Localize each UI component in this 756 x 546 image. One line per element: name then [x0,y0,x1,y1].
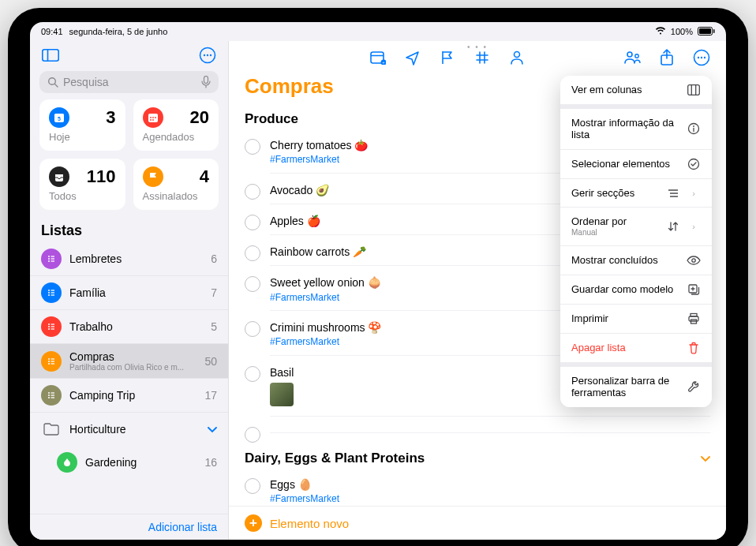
ipad-frame: 09:41 segunda-feira, 5 de junho 100% Pes… [8,8,748,546]
section-title: Dairy, Eggs & Plant Proteins [245,451,425,466]
new-item-button[interactable]: + Elemento novo [229,506,726,540]
chevron-down-icon[interactable] [208,422,217,436]
checkbox[interactable] [245,184,260,200]
menu-item-ver-em-colunas[interactable]: Ver em colunas [560,76,712,104]
sidebar-more-icon[interactable] [196,44,219,66]
sidebar-list-lembretes[interactable]: Lembretes 6 [30,242,228,275]
menu-item-selecionar-elementos[interactable]: Selecionar elementos [560,149,712,178]
sidebar-list-família[interactable]: Família 7 [30,275,228,309]
share-toolbar-icon[interactable] [658,49,676,66]
checkbox[interactable] [245,245,260,261]
sidebar: Pesquisa 5 3 Hoje 20 Agendados 110 Todos… [30,41,229,540]
list-title: Gardening [85,456,196,469]
reminder-attachment[interactable] [270,383,294,406]
chevron-down-icon[interactable] [701,452,710,465]
smart-card-agendados[interactable]: 20 Agendados [133,99,219,151]
menu-item-mostrar-conclu-dos[interactable]: Mostrar concluídos [560,245,712,275]
search-icon [47,77,58,88]
section-header-1[interactable]: Dairy, Eggs & Plant Proteins [245,447,710,473]
checkbox[interactable] [245,139,260,155]
menu-item-guardar-como-modelo[interactable]: Guardar como modelo [560,275,712,304]
svg-point-7 [207,54,208,56]
checkbox[interactable] [245,215,260,230]
flag-icon [143,166,163,187]
checkbox[interactable] [245,478,260,494]
list-icon [41,385,62,406]
svg-point-47 [48,397,50,398]
smart-label: Agendados [143,131,210,143]
mic-icon[interactable] [201,76,211,88]
assign-toolbar-icon[interactable] [508,49,526,66]
sort-icon [666,220,680,233]
list-icon [41,249,62,269]
svg-rect-76 [689,316,698,321]
menu-label: Gerir secções [571,187,660,200]
tag-toolbar-icon[interactable] [473,49,491,66]
more-toolbar-icon[interactable] [693,49,710,66]
folder-icon [41,419,62,439]
smart-count: 3 [106,107,115,128]
sidebar-list-compras[interactable]: Compras Partilhada com Olivia Rico e m..… [30,343,228,378]
checkbox[interactable] [245,427,260,443]
menu-label: Personalizar barra de ferramentas [571,375,680,399]
menu-item-imprimir[interactable]: Imprimir [560,304,712,333]
smart-count: 110 [87,166,116,187]
add-list-button[interactable]: Adicionar lista [30,514,228,540]
reminder-item[interactable]: Eggs 🥚 #FarmersMarket [245,473,710,506]
smart-card-assinalados[interactable]: 4 Assinalados [133,159,219,210]
eye-icon [687,256,701,265]
menu-item-mostrar-informa-o-da-lista[interactable]: Mostrar informação da lista [560,109,712,149]
svg-point-41 [48,363,50,365]
folder-title: Horticulture [69,423,200,436]
svg-rect-63 [688,84,700,95]
search-input[interactable]: Pesquisa [39,71,219,93]
new-item-label: Elemento novo [270,517,349,530]
status-bar: 09:41 segunda-feira, 5 de junho 100% [30,22,726,41]
calgrid-icon [143,107,163,128]
flag-toolbar-icon[interactable] [439,49,456,66]
svg-point-27 [48,290,50,291]
menu-item-apagar-lista[interactable]: Apagar lista [560,333,712,362]
svg-point-34 [48,326,50,327]
sidebar-list-trabalho[interactable]: Trabalho 5 [30,309,228,343]
list-title: Compras [69,350,196,363]
location-toolbar-icon[interactable] [404,49,421,66]
section-icon [666,188,680,199]
sidebar-list-camping trip[interactable]: Camping Trip 17 [30,378,228,412]
svg-point-20 [152,119,154,121]
checkbox[interactable] [245,321,260,337]
collaborate-toolbar-icon[interactable] [623,49,641,66]
sidebar-list-gardening[interactable]: Gardening 16 [30,446,228,479]
checkbox[interactable] [245,366,260,382]
list-count: 16 [204,456,217,469]
svg-point-33 [48,323,50,325]
list-icon [41,282,62,303]
list-icon [41,351,62,372]
menu-item-ordenar-por[interactable]: Ordenar por Manual › [560,207,712,245]
smart-card-hoje[interactable]: 5 3 Hoje [39,99,125,151]
smart-card-todos[interactable]: 110 Todos [39,159,125,210]
svg-point-28 [48,292,50,294]
reminder-tag[interactable]: #FarmersMarket [270,493,710,506]
menu-label: Selecionar elementos [571,158,680,170]
grabber-icon[interactable]: • • • [467,43,488,51]
status-time: 09:41 [41,27,63,36]
sidebar-toggle-icon[interactable] [39,44,62,66]
svg-point-6 [204,54,205,56]
svg-point-8 [210,54,211,56]
checkbox[interactable] [245,276,260,292]
today-toolbar-icon[interactable]: + [369,49,387,66]
list-subtitle: Partilhada com Olivia Rico e m... [69,363,196,372]
svg-point-73 [692,259,695,262]
list-icon [41,316,62,337]
more-menu-popover: Ver em colunas Mostrar informação da lis… [560,76,712,407]
svg-point-56 [627,52,632,57]
wifi-icon [655,27,666,36]
svg-line-10 [55,84,58,88]
section-title: Produce [245,111,298,127]
menu-item-personalizar-barra-de-ferramentas[interactable]: Personalizar barra de ferramentas [560,367,712,407]
sidebar-folder-horticulture[interactable]: Horticulture [30,412,228,446]
menu-item-gerir-sec-es[interactable]: Gerir secções › [560,178,712,208]
svg-point-21 [48,256,50,257]
reminder-item[interactable] [245,421,710,447]
